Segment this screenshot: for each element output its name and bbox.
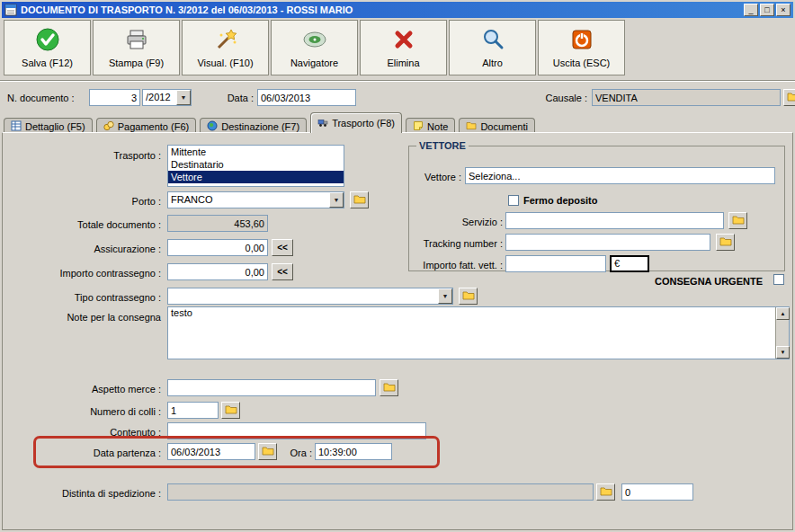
- folder-icon: [719, 235, 732, 249]
- exit-button-label: Uscita (ESC): [553, 58, 611, 68]
- print-button[interactable]: Stampa (F9): [93, 20, 180, 75]
- maximize-button[interactable]: □: [760, 4, 774, 16]
- consegna-urgente-checkbox[interactable]: [773, 274, 784, 285]
- tracking-lookup-button[interactable]: [716, 234, 735, 251]
- tab-bar: Dettaglio (F5) Pagamento (F6) Destinazio…: [4, 112, 536, 133]
- exit-button[interactable]: Uscita (ESC): [538, 20, 625, 75]
- causale-lookup-button[interactable]: [783, 89, 795, 106]
- trasporto-option-vettore[interactable]: Vettore: [168, 171, 344, 183]
- navigator-button-label: Navigatore: [290, 58, 338, 68]
- vettore-group: VETTORE Vettore : Fermo deposito Servizi…: [408, 140, 785, 271]
- causale-input[interactable]: [592, 89, 781, 106]
- n-documento-input[interactable]: [89, 89, 140, 106]
- porto-dropdown-icon[interactable]: ▼: [329, 192, 344, 208]
- importo-contrassegno-copy-button[interactable]: <<: [272, 263, 293, 280]
- servizio-lookup-button[interactable]: [728, 212, 747, 229]
- folder-icon: [262, 445, 274, 458]
- scroll-up-icon[interactable]: ▲: [776, 307, 790, 320]
- tipo-contrassegno-lookup-button[interactable]: [459, 288, 478, 305]
- importo-contrassegno-label: Importo contrassegno :: [8, 265, 161, 281]
- currency-box: €: [610, 255, 649, 272]
- aspetto-merce-label: Aspetto merce :: [8, 381, 161, 397]
- close-icon: ×: [781, 5, 785, 14]
- note-scrollbar[interactable]: ▲ ▼: [775, 307, 789, 359]
- delete-button-label: Elimina: [387, 58, 419, 68]
- totale-documento-input: [167, 215, 268, 232]
- folder-icon: [383, 381, 396, 395]
- distinta-count-input[interactable]: [621, 483, 693, 501]
- servizio-label: Servizio :: [409, 214, 503, 230]
- data-label: Data :: [218, 90, 254, 106]
- numero-colli-input[interactable]: [167, 402, 219, 419]
- documenti-tab-icon: [466, 120, 477, 133]
- tipo-contrassegno-combo[interactable]: ▼: [167, 288, 453, 305]
- distinta-spedizione-label: Distinta di spedizione :: [8, 485, 161, 501]
- folder-icon: [462, 289, 475, 303]
- porto-combo[interactable]: FRANCO ▼: [167, 191, 344, 208]
- note-consegna-textarea[interactable]: testo: [167, 306, 790, 359]
- tipo-contrassegno-label: Tipo contrassegno :: [8, 289, 161, 306]
- navigator-button[interactable]: Navigatore: [271, 20, 358, 75]
- porto-label: Porto :: [8, 193, 161, 209]
- tab-documenti-label: Documenti: [480, 121, 528, 132]
- delete-icon: [391, 27, 416, 54]
- importo-contrassegno-input[interactable]: [167, 263, 268, 280]
- vettore-label: Vettore :: [409, 169, 461, 185]
- assicurazione-input[interactable]: [167, 239, 268, 256]
- vettore-input[interactable]: [465, 167, 775, 184]
- doc-year-combo[interactable]: /2012 ▼: [142, 89, 192, 106]
- tipo-contrassegno-dropdown-icon[interactable]: ▼: [438, 288, 452, 304]
- print-icon: [124, 27, 149, 54]
- assicurazione-copy-button[interactable]: <<: [272, 239, 293, 256]
- altro-button[interactable]: Altro: [449, 20, 536, 75]
- maximize-icon: □: [764, 5, 769, 14]
- tracking-number-label: Tracking number :: [409, 235, 503, 252]
- aspetto-merce-input[interactable]: [167, 379, 376, 396]
- folder-icon: [353, 193, 366, 207]
- ora-input[interactable]: [315, 443, 392, 460]
- delete-button[interactable]: Elimina: [360, 20, 447, 75]
- tab-trasporto-label: Trasporto (F8): [332, 118, 395, 129]
- distinta-spedizione-input: [167, 483, 594, 501]
- contenuto-label: Contenuto :: [8, 424, 161, 440]
- tracking-number-input[interactable]: [505, 234, 710, 251]
- close-button[interactable]: ×: [776, 4, 791, 16]
- data-partenza-lookup-button[interactable]: [258, 443, 277, 460]
- note-tab-icon: [413, 120, 424, 133]
- fermo-deposito-checkbox[interactable]: [508, 195, 519, 206]
- servizio-input[interactable]: [505, 212, 724, 229]
- data-input[interactable]: [257, 89, 356, 106]
- scroll-down-icon[interactable]: ▼: [776, 346, 790, 359]
- minimize-button[interactable]: _: [744, 4, 758, 16]
- folder-icon: [225, 403, 237, 417]
- consegna-urgente-label: CONSEGNA URGENTE: [578, 273, 763, 289]
- trasporto-option-mittente[interactable]: Mittente: [168, 146, 344, 158]
- tab-trasporto[interactable]: Trasporto (F8): [310, 112, 402, 133]
- numero-colli-lookup-button[interactable]: [221, 402, 240, 419]
- data-partenza-input[interactable]: [167, 443, 255, 460]
- print-button-label: Stampa (F9): [109, 58, 164, 68]
- dettaglio-tab-icon: [11, 120, 22, 133]
- distinta-lookup-button[interactable]: [596, 483, 615, 501]
- toolbar-divider: [0, 80, 795, 82]
- contenuto-input[interactable]: [167, 422, 426, 439]
- importo-fatt-vett-input[interactable]: [505, 255, 606, 272]
- trasporto-tab-icon: [317, 117, 328, 129]
- magnifier-icon: [480, 27, 505, 54]
- trasporto-option-destinatario[interactable]: Destinatario: [168, 158, 344, 171]
- doc-year-dropdown-icon[interactable]: ▼: [176, 90, 191, 105]
- trasporto-listbox[interactable]: Mittente Destinatario Vettore: [167, 145, 344, 187]
- trasporto-tab-panel: Trasporto : Mittente Destinatario Vettor…: [2, 132, 793, 530]
- numero-colli-label: Numero di colli :: [8, 403, 161, 420]
- porto-value: FRANCO: [171, 194, 327, 205]
- folder-icon: [732, 214, 745, 227]
- porto-lookup-button[interactable]: [350, 191, 369, 208]
- fermo-deposito-label: Fermo deposito: [523, 192, 598, 208]
- window-title: DOCUMENTO DI TRASPORTO N. 3/2012 del 06/…: [21, 4, 740, 15]
- doc-year-value: /2012: [146, 92, 174, 102]
- visualize-button-label: Visual. (F10): [197, 58, 253, 68]
- destinazione-tab-icon: [207, 120, 218, 133]
- visualize-button[interactable]: Visual. (F10): [182, 20, 269, 75]
- save-button[interactable]: Salva (F12): [4, 20, 91, 75]
- aspetto-merce-lookup-button[interactable]: [380, 379, 398, 396]
